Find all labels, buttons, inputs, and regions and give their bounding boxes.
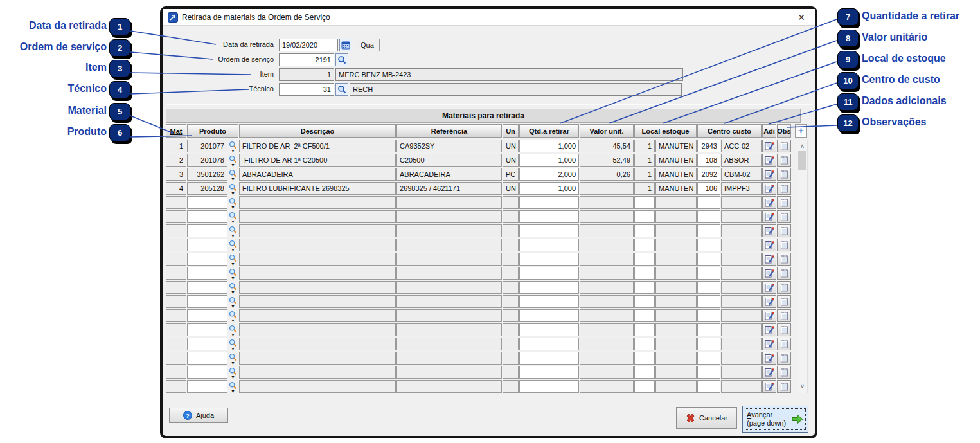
cell-qtd[interactable] bbox=[519, 338, 579, 350]
cell-local-num[interactable] bbox=[634, 196, 655, 209]
product-lookup[interactable]: ▼ bbox=[228, 366, 238, 379]
cell-produto[interactable] bbox=[187, 239, 227, 251]
product-lookup[interactable]: ▼ bbox=[228, 380, 238, 393]
cell-produto[interactable] bbox=[187, 281, 227, 294]
cell-qtd[interactable]: 1,000 bbox=[519, 140, 579, 152]
additional-data-button[interactable] bbox=[762, 140, 776, 152]
product-lookup[interactable]: ▼ bbox=[228, 267, 238, 280]
add-row-button[interactable]: + bbox=[795, 124, 807, 138]
cell-centro-num[interactable]: 2943 bbox=[697, 140, 720, 152]
cell-centro-num[interactable] bbox=[697, 239, 720, 251]
cell-qtd[interactable] bbox=[519, 309, 579, 322]
observations-button[interactable] bbox=[777, 154, 791, 167]
dropdown-arrow-icon[interactable]: ▼ bbox=[231, 347, 235, 352]
cell-centro-num[interactable] bbox=[697, 380, 720, 393]
cell-qtd[interactable] bbox=[519, 366, 579, 379]
cell-produto[interactable] bbox=[187, 295, 227, 308]
cell-local-num[interactable] bbox=[634, 338, 655, 350]
dropdown-arrow-icon[interactable]: ▼ bbox=[231, 248, 235, 253]
cell-produto[interactable] bbox=[187, 323, 227, 336]
col-header-obs[interactable]: Obs bbox=[777, 124, 791, 138]
observations-button[interactable] bbox=[777, 253, 791, 266]
help-button[interactable]: ? Ajuda bbox=[169, 408, 228, 423]
cell-qtd[interactable] bbox=[519, 295, 579, 308]
scrollbar-thumb[interactable] bbox=[798, 151, 806, 170]
technician-input[interactable] bbox=[279, 83, 334, 96]
additional-data-button[interactable] bbox=[762, 323, 776, 336]
cell-centro-num[interactable] bbox=[697, 352, 720, 365]
additional-data-button[interactable] bbox=[762, 196, 776, 209]
product-lookup[interactable]: ▼ bbox=[228, 224, 238, 237]
additional-data-button[interactable] bbox=[762, 366, 776, 379]
additional-data-button[interactable] bbox=[762, 295, 776, 308]
order-search-button[interactable] bbox=[335, 53, 348, 66]
cell-qtd[interactable] bbox=[519, 352, 579, 365]
observations-button[interactable] bbox=[777, 366, 791, 379]
dropdown-arrow-icon[interactable]: ▼ bbox=[231, 304, 235, 309]
cell-produto[interactable] bbox=[187, 253, 227, 266]
cell-local-num[interactable] bbox=[634, 323, 655, 336]
col-header-mat[interactable]: Mat bbox=[166, 124, 186, 138]
cell-centro-num[interactable]: 108 bbox=[697, 154, 720, 167]
product-lookup[interactable]: ▼ bbox=[228, 338, 238, 350]
product-lookup[interactable]: ▼ bbox=[228, 182, 238, 195]
col-header-produto[interactable]: Produto bbox=[187, 124, 238, 138]
additional-data-button[interactable] bbox=[762, 352, 776, 365]
col-header-qtd[interactable]: Qtd.a retirar bbox=[519, 124, 579, 138]
observations-button[interactable] bbox=[777, 182, 791, 195]
product-lookup[interactable]: ▼ bbox=[228, 309, 238, 322]
dropdown-arrow-icon[interactable]: ▼ bbox=[231, 205, 235, 210]
additional-data-button[interactable] bbox=[762, 281, 776, 294]
product-lookup[interactable]: ▼ bbox=[228, 253, 238, 266]
cell-produto[interactable] bbox=[187, 196, 227, 209]
dropdown-arrow-icon[interactable]: ▼ bbox=[231, 163, 235, 168]
cell-produto[interactable] bbox=[187, 309, 227, 322]
cell-produto[interactable] bbox=[187, 210, 227, 223]
cell-produto[interactable] bbox=[187, 380, 227, 393]
additional-data-button[interactable] bbox=[762, 380, 776, 393]
observations-button[interactable] bbox=[777, 224, 791, 237]
observations-button[interactable] bbox=[777, 323, 791, 336]
dropdown-arrow-icon[interactable]: ▼ bbox=[231, 219, 235, 224]
cell-local-num[interactable] bbox=[634, 224, 655, 237]
additional-data-button[interactable] bbox=[762, 154, 776, 167]
col-header-descricao[interactable]: Descrição bbox=[239, 124, 396, 138]
product-lookup[interactable]: ▼ bbox=[228, 239, 238, 251]
cell-qtd[interactable] bbox=[519, 239, 579, 251]
cell-qtd[interactable] bbox=[519, 253, 579, 266]
cell-centro-num[interactable] bbox=[697, 253, 720, 266]
calendar-button[interactable] bbox=[339, 39, 352, 51]
col-header-adi[interactable]: Adi bbox=[762, 124, 776, 138]
product-lookup[interactable]: ▼ bbox=[228, 352, 238, 365]
technician-search-button[interactable] bbox=[335, 83, 348, 96]
product-lookup[interactable]: ▼ bbox=[228, 323, 238, 336]
cell-centro-num[interactable] bbox=[697, 309, 720, 322]
dropdown-arrow-icon[interactable]: ▼ bbox=[231, 233, 235, 239]
cell-local-num[interactable] bbox=[634, 210, 655, 223]
cell-local-num[interactable] bbox=[634, 309, 655, 322]
additional-data-button[interactable] bbox=[762, 182, 776, 195]
cell-qtd[interactable] bbox=[519, 196, 579, 209]
vertical-scrollbar[interactable]: ∧ ∨ bbox=[797, 140, 808, 393]
additional-data-button[interactable] bbox=[762, 239, 776, 251]
scroll-up-icon[interactable]: ∧ bbox=[797, 141, 807, 151]
cell-qtd[interactable]: 2,000 bbox=[519, 168, 579, 181]
cell-produto[interactable] bbox=[187, 366, 227, 379]
product-lookup[interactable]: ▼ bbox=[228, 295, 238, 308]
additional-data-button[interactable] bbox=[762, 253, 776, 266]
scroll-down-icon[interactable]: ∨ bbox=[797, 382, 807, 392]
product-lookup[interactable]: ▼ bbox=[228, 210, 238, 223]
additional-data-button[interactable] bbox=[762, 210, 776, 223]
cell-local-num[interactable] bbox=[634, 267, 655, 280]
cell-qtd[interactable]: 1,000 bbox=[519, 154, 579, 167]
cell-local-num[interactable] bbox=[634, 295, 655, 308]
additional-data-button[interactable] bbox=[762, 309, 776, 322]
cell-centro-num[interactable]: 106 bbox=[697, 182, 720, 195]
observations-button[interactable] bbox=[777, 168, 791, 181]
dropdown-arrow-icon[interactable]: ▼ bbox=[231, 375, 235, 380]
observations-button[interactable] bbox=[777, 196, 791, 209]
observations-button[interactable] bbox=[777, 267, 791, 280]
cell-qtd[interactable] bbox=[519, 210, 579, 223]
cell-produto[interactable] bbox=[187, 352, 227, 365]
cell-centro-num[interactable] bbox=[697, 281, 720, 294]
